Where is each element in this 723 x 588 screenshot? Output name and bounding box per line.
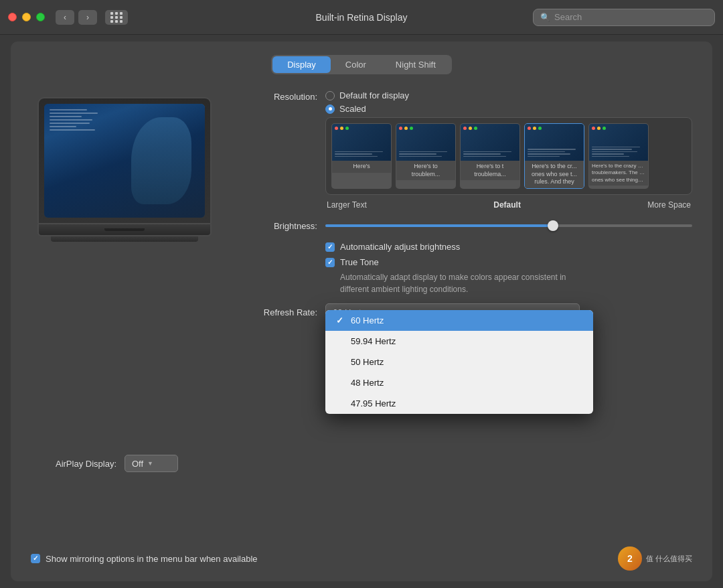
dropdown-label-4795hz: 47.95 Hertz	[351, 398, 396, 409]
brightness-label: Brightness:	[238, 221, 325, 231]
resolution-thumb-0[interactable]: Here's	[331, 123, 392, 189]
scale-label-larger-text: Larger Text	[327, 200, 367, 210]
content-layout: Resolution: Default for display Scaled	[31, 90, 692, 321]
thumb-screen-1	[396, 124, 455, 161]
refresh-rate-section: Refresh Rate: 60 Hertz ▼ ✓ 60 Hertz 59.9…	[238, 303, 692, 321]
back-button[interactable]: ‹	[56, 10, 74, 25]
thumb-screen-0	[332, 124, 391, 161]
tabs-container: Display Color Night Shift	[31, 55, 692, 74]
bottom-bar: ✓ Show mirroring options in the menu bar…	[11, 546, 712, 571]
watermark-number: 2	[627, 553, 633, 564]
dropdown-checkmark-icon: ✓	[336, 315, 345, 325]
watermark-text: 值 什么值得买	[646, 554, 692, 564]
thumb-screen-4	[589, 124, 648, 161]
nav-buttons: ‹ ›	[56, 10, 128, 25]
resolution-row: Resolution: Default for display Scaled	[238, 90, 692, 210]
traffic-lights	[8, 13, 45, 21]
slider-track	[325, 224, 692, 227]
thumb-lines-4	[592, 147, 645, 159]
auto-brightness-checkbox[interactable]: ✓	[325, 242, 335, 252]
refresh-rate-label: Refresh Rate:	[238, 307, 325, 317]
resolution-scaled-radio[interactable]	[325, 104, 335, 114]
laptop-preview	[31, 90, 218, 248]
grid-icon	[110, 12, 123, 23]
mirroring-checkbox[interactable]: ✓	[31, 554, 40, 563]
close-button[interactable]	[8, 13, 17, 21]
resolution-thumb-3[interactable]: Here's to the cr...ones who see t...rule…	[524, 123, 584, 189]
refresh-rate-dropdown-popup: ✓ 60 Hertz 59.94 Hertz 50 Hertz 48 Hertz	[325, 310, 593, 414]
thumb-dots-2	[463, 127, 477, 130]
resolution-default-radio[interactable]	[325, 91, 335, 100]
dropdown-label-50hz: 50 Hertz	[351, 357, 384, 367]
forward-button[interactable]: ›	[78, 10, 97, 25]
dropdown-item-60hz[interactable]: ✓ 60 Hertz	[325, 310, 593, 331]
tab-night-shift[interactable]: Night Shift	[381, 56, 451, 73]
thumb-lines-3	[528, 149, 581, 158]
thumb-label-1: Here's totroublem...	[396, 161, 455, 180]
titlebar: ‹ › Built-in Retina Display 🔍	[0, 0, 723, 35]
laptop-image	[37, 97, 212, 242]
thumb-lines-0	[335, 151, 388, 159]
dropdown-item-4795hz[interactable]: 47.95 Hertz	[325, 393, 593, 414]
screen-island	[131, 117, 191, 204]
airplay-dropdown-icon: ▼	[147, 460, 153, 467]
thumb-label-4: Here's to the crazy one...troublemakers.…	[589, 161, 648, 186]
airplay-label: AirPlay Display:	[31, 459, 125, 469]
resolution-scaled-option[interactable]: Scaled	[325, 104, 692, 114]
brightness-slider[interactable]	[325, 219, 692, 232]
resolution-control: Default for display Scaled	[325, 90, 692, 210]
mirroring-row[interactable]: ✓ Show mirroring options in the menu bar…	[31, 554, 258, 564]
search-input[interactable]	[554, 12, 708, 22]
resolution-thumb-4[interactable]: Here's to the crazy one...troublemakers.…	[588, 123, 649, 189]
thumb-lines-2	[463, 151, 517, 159]
thumb-dots-4	[592, 127, 606, 130]
screen-text-area	[50, 109, 103, 133]
laptop-lid	[37, 97, 212, 224]
search-box[interactable]: 🔍	[533, 9, 715, 26]
laptop-screen	[44, 104, 205, 218]
airplay-value: Off	[132, 459, 143, 469]
mirroring-label: Show mirroring options in the menu bar w…	[46, 554, 258, 564]
scale-label-default: Default	[493, 200, 521, 210]
dropdown-item-50hz[interactable]: 50 Hertz	[325, 352, 593, 372]
laptop-base	[37, 224, 212, 236]
main-panel: Display Color Night Shift	[11, 42, 712, 581]
grid-button[interactable]	[105, 10, 128, 25]
settings-panel: Resolution: Default for display Scaled	[238, 90, 692, 321]
mirroring-checkmark-icon: ✓	[33, 555, 38, 562]
dropdown-item-48hz[interactable]: 48 Hertz	[325, 372, 593, 393]
dropdown-item-5994hz[interactable]: 59.94 Hertz	[325, 331, 593, 352]
dropdown-label-48hz: 48 Hertz	[351, 378, 384, 388]
resolution-thumb-2[interactable]: Here's to ttroublema...	[460, 123, 520, 189]
laptop-table	[51, 236, 198, 242]
thumb-label-2: Here's to ttroublema...	[461, 161, 519, 180]
true-tone-row[interactable]: ✓ True Tone	[325, 257, 692, 267]
window-title: Built-in Retina Display	[316, 12, 408, 23]
tab-color[interactable]: Color	[331, 56, 381, 73]
thumb-screen-3	[525, 124, 584, 161]
true-tone-checkmark-icon: ✓	[327, 259, 333, 266]
checkmark-icon: ✓	[327, 244, 333, 250]
airplay-select[interactable]: Off ▼	[125, 455, 178, 472]
tab-display[interactable]: Display	[272, 56, 331, 73]
scale-label-more-space: More Space	[647, 200, 691, 210]
true-tone-checkbox[interactable]: ✓	[325, 258, 335, 267]
thumb-lines-1	[399, 151, 453, 159]
search-icon: 🔍	[540, 13, 550, 22]
thumb-dots-0	[335, 127, 349, 130]
brightness-row: Brightness:	[238, 219, 692, 232]
thumb-dots-1	[399, 127, 413, 130]
resolution-scaled-label: Scaled	[339, 104, 366, 114]
slider-thumb[interactable]	[548, 220, 558, 231]
resolution-thumb-1[interactable]: Here's totroublem...	[396, 123, 456, 189]
minimize-button[interactable]	[22, 13, 31, 21]
watermark: 2 值 什么值得买	[618, 546, 692, 571]
thumb-label-0: Here's	[332, 161, 391, 173]
maximize-button[interactable]	[36, 13, 45, 21]
tab-group: Display Color Night Shift	[271, 55, 452, 74]
auto-brightness-row[interactable]: ✓ Automatically adjust brightness	[325, 242, 692, 252]
resolution-default-option[interactable]: Default for display	[325, 90, 692, 100]
resolution-label: Resolution:	[238, 90, 325, 102]
slider-fill	[325, 224, 553, 227]
airplay-row: AirPlay Display: Off ▼	[31, 448, 692, 472]
